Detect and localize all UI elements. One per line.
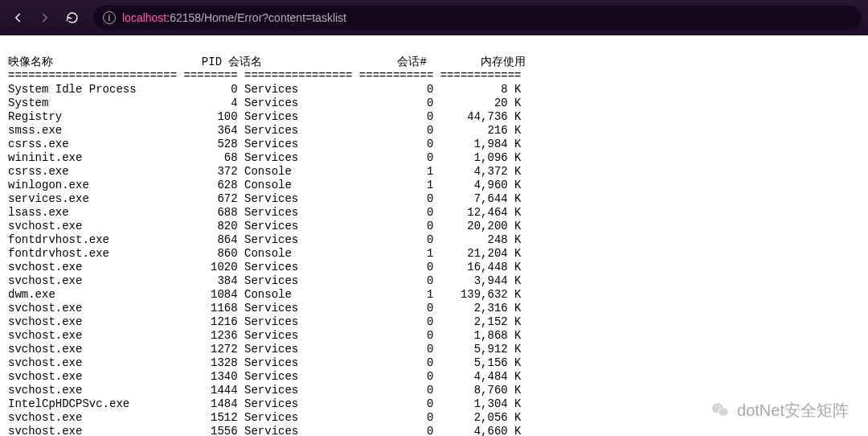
url-path: :62158/Home/Error?content=tasklist (166, 11, 346, 24)
tasklist-output: 映像名称 PID 会话名 会话# 内存使用 ==================… (0, 35, 868, 436)
back-button[interactable] (6, 6, 29, 29)
browser-toolbar: i localhost:62158/Home/Error?content=tas… (0, 0, 868, 35)
arrow-right-icon (38, 10, 52, 25)
forward-button[interactable] (34, 6, 56, 29)
wechat-icon (710, 401, 731, 422)
url-host: localhost (122, 11, 166, 24)
site-info-icon[interactable]: i (103, 11, 116, 24)
reload-button[interactable] (61, 6, 84, 29)
watermark: dotNet安全矩阵 (710, 400, 849, 422)
watermark-text: dotNet安全矩阵 (737, 400, 849, 422)
address-bar[interactable]: i localhost:62158/Home/Error?content=tas… (93, 6, 862, 30)
url-text: localhost:62158/Home/Error?content=taskl… (122, 11, 346, 24)
reload-icon (66, 11, 79, 24)
arrow-left-icon (10, 10, 25, 25)
